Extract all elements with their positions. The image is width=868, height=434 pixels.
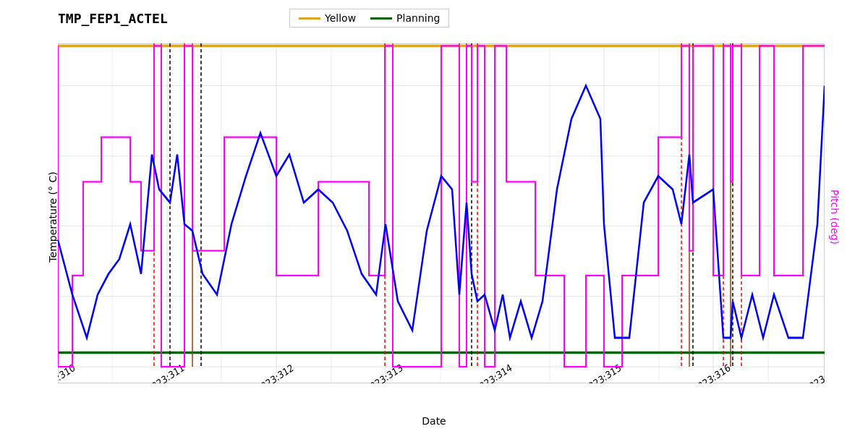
main-chart: 0 10 20 30 40 40 60 80 100 120 140 160 1… (58, 43, 825, 383)
yellow-legend-line (299, 17, 320, 20)
chart-container: TMP_FEP1_ACTEL Yellow Planning Temperatu… (0, 0, 868, 434)
legend-item-yellow: Yellow (299, 12, 356, 24)
y-axis-right-label: Pitch (deg) (829, 190, 841, 244)
y-axis-left-label: Temperature (° C) (47, 171, 59, 262)
chart-title: TMP_FEP1_ACTEL (58, 11, 168, 26)
planning-label: Planning (396, 12, 440, 24)
planning-legend-line (370, 17, 392, 20)
x-axis-label: Date (422, 415, 446, 427)
yellow-label: Yellow (325, 12, 356, 24)
legend-item-planning: Planning (370, 12, 440, 24)
legend: Yellow Planning (289, 9, 449, 27)
